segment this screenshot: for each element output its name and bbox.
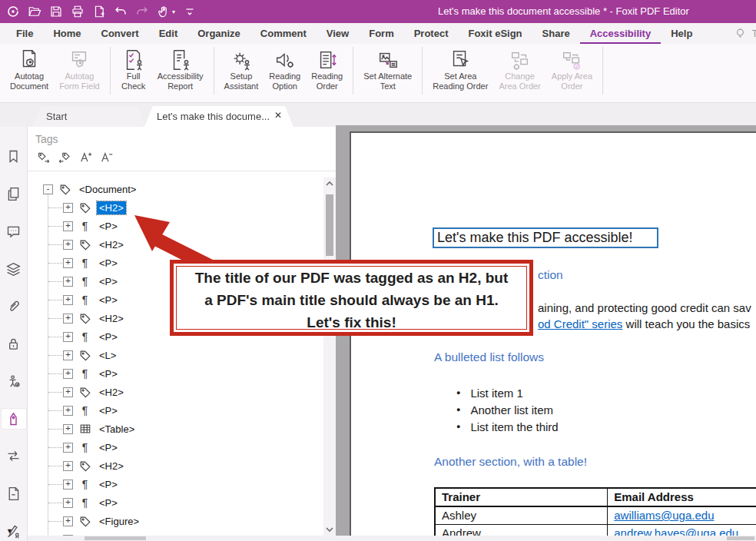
tree-expand-toggle[interactable]: + xyxy=(63,461,73,471)
menu-tab[interactable]: Protect xyxy=(404,23,459,44)
tree-expand-toggle[interactable]: + xyxy=(63,406,73,416)
ribbon-button[interactable]: Accessibility Report xyxy=(152,44,209,91)
menu-tab[interactable]: Foxit eSign xyxy=(458,23,532,44)
scrollbar-thumb[interactable] xyxy=(326,194,333,256)
panel-icon-button[interactable] xyxy=(2,147,26,167)
chevron-down-icon[interactable]: ▾ xyxy=(172,8,175,15)
ribbon-button[interactable] xyxy=(110,47,111,70)
menu-tab[interactable]: Convert xyxy=(91,23,149,44)
ribbon-button[interactable]: Setup Assistant xyxy=(219,44,264,91)
tree-expand-toggle[interactable]: + xyxy=(63,258,73,268)
tag-tree-node[interactable]: + ¶ <P> xyxy=(28,364,323,383)
tree-expand-toggle[interactable]: + xyxy=(63,516,73,526)
tab-document[interactable]: Let's make this docume... ✕ xyxy=(144,106,293,127)
tree-expand-toggle[interactable]: + xyxy=(63,350,73,360)
tags-toolbar-button[interactable] xyxy=(37,151,51,164)
ribbon-button[interactable]: Apply Area Order xyxy=(546,44,598,91)
panel-icon-button[interactable] xyxy=(2,446,26,466)
credit-series-link[interactable]: od Credit" series xyxy=(538,317,622,330)
ribbon-button[interactable]: Autotag Document xyxy=(5,44,54,91)
quick-access-button[interactable]: ▾ xyxy=(157,0,175,23)
menu-tab[interactable]: Comment xyxy=(250,23,317,44)
ribbon-button[interactable] xyxy=(602,47,603,70)
ribbon-button[interactable]: Set Alternate Text xyxy=(358,44,417,91)
quick-access-button[interactable] xyxy=(28,0,41,23)
tag-tree-node[interactable]: + ¶ <P> xyxy=(28,475,323,493)
tag-tree-node[interactable]: + <H2> xyxy=(28,235,323,254)
scrollbar-thumb[interactable] xyxy=(727,536,754,540)
tree-expand-toggle[interactable]: + xyxy=(63,203,73,213)
tags-panel-scrollbar[interactable] xyxy=(323,178,336,536)
quick-access-button[interactable] xyxy=(6,0,20,23)
ribbon-button[interactable]: Set Area Reading Order xyxy=(427,44,493,91)
document-hscrollbar[interactable] xyxy=(336,536,756,541)
tree-expand-toggle[interactable]: + xyxy=(63,295,73,305)
tree-expand-toggle[interactable]: + xyxy=(63,369,73,379)
ribbon-button[interactable] xyxy=(214,47,214,70)
scroll-up-icon[interactable] xyxy=(323,178,336,190)
tag-tree-node[interactable]: + <Figure> xyxy=(28,512,323,530)
menu-tab[interactable]: View xyxy=(317,23,359,44)
panel-icon-button[interactable] xyxy=(2,259,26,279)
tab-start[interactable]: Start xyxy=(32,106,146,127)
panel-icon-button[interactable] xyxy=(2,371,26,391)
menu-tab[interactable]: Edit xyxy=(149,23,188,44)
tree-expand-toggle[interactable]: + xyxy=(63,314,73,324)
menu-tab[interactable]: Accessibility xyxy=(580,23,662,44)
tree-expand-toggle[interactable]: + xyxy=(63,498,73,508)
tag-tree-node[interactable]: + <H2> xyxy=(28,198,323,217)
ribbon-button[interactable]: Change Area Order xyxy=(493,44,545,91)
ribbon-button[interactable]: Reading Option xyxy=(264,44,306,91)
tag-tree-node[interactable]: + ¶ <P> xyxy=(28,217,323,235)
tree-expand-toggle[interactable]: + xyxy=(63,277,73,287)
panel-icon-button[interactable] xyxy=(2,521,26,541)
menu-tab[interactable]: Help xyxy=(661,23,702,44)
tree-expand-toggle[interactable]: + xyxy=(63,332,73,342)
menu-tab[interactable]: Share xyxy=(532,23,580,44)
tag-tree-node[interactable]: + ¶ <P> xyxy=(28,530,323,536)
ribbon-button[interactable]: Autotag Form Field xyxy=(54,44,105,91)
scroll-down-icon[interactable] xyxy=(323,523,336,536)
quick-access-button[interactable] xyxy=(135,0,149,23)
panel-icon-button[interactable] xyxy=(2,221,26,241)
tags-toolbar-button[interactable] xyxy=(78,151,92,164)
panel-icon-button[interactable] xyxy=(2,184,26,204)
quick-access-button[interactable] xyxy=(114,0,128,23)
ribbon-button[interactable]: Reading Order xyxy=(306,44,348,91)
tags-toolbar-button[interactable] xyxy=(58,151,71,164)
panel-icon-button[interactable] xyxy=(2,297,26,317)
tree-expand-toggle[interactable]: + xyxy=(63,443,73,453)
more-panels-icon[interactable]: ▼ xyxy=(6,527,13,535)
tree-expand-toggle[interactable]: + xyxy=(63,480,73,490)
tab-close-icon[interactable]: ✕ xyxy=(274,110,282,121)
email-link[interactable]: awilliams@uga.edu xyxy=(614,509,714,522)
tree-expand-toggle[interactable]: - xyxy=(43,184,53,194)
ribbon-button[interactable] xyxy=(422,47,423,70)
tag-tree-node[interactable]: + ¶ <P> xyxy=(28,438,323,456)
tag-tree-node[interactable]: + <L> xyxy=(28,346,323,364)
tags-panel-hscrollbar[interactable] xyxy=(28,536,336,541)
tree-expand-toggle[interactable]: + xyxy=(63,387,73,397)
menu-tab[interactable]: Organize xyxy=(187,23,250,44)
quick-access-button[interactable] xyxy=(49,0,63,23)
panel-icon-button[interactable] xyxy=(2,484,26,504)
tag-tree-node[interactable]: + <Table> xyxy=(28,420,323,438)
tree-expand-toggle[interactable]: + xyxy=(63,240,73,250)
ribbon-button[interactable] xyxy=(353,47,353,70)
menu-tab[interactable]: File xyxy=(6,23,43,44)
menu-tab[interactable]: Form xyxy=(359,23,404,44)
scrollbar-thumb[interactable] xyxy=(85,536,146,540)
ribbon-button[interactable]: Full Check xyxy=(115,44,152,91)
tags-toolbar-button[interactable] xyxy=(99,151,113,164)
tag-tree-node[interactable]: + <H2> xyxy=(28,383,323,401)
tell-me-search[interactable]: Tell xyxy=(734,23,756,44)
tag-tree-node[interactable]: + <H2> xyxy=(28,456,323,475)
quick-access-button[interactable] xyxy=(92,0,106,23)
menu-tab[interactable]: Home xyxy=(43,23,91,44)
tag-tree-node[interactable]: - <Document> xyxy=(28,180,323,198)
quick-access-button[interactable] xyxy=(71,0,85,23)
tree-expand-toggle[interactable]: + xyxy=(63,424,73,434)
quick-access-button[interactable] xyxy=(183,0,197,23)
panel-icon-button[interactable] xyxy=(2,409,26,429)
tree-expand-toggle[interactable]: + xyxy=(63,221,73,231)
